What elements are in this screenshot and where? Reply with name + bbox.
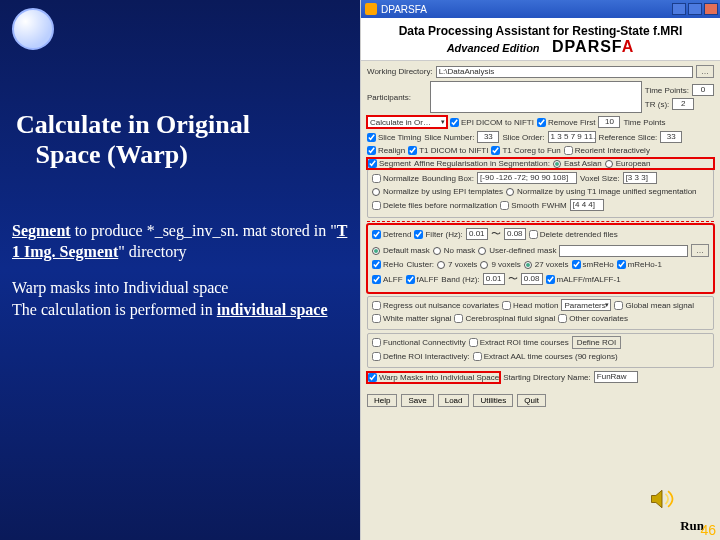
tilde-icon: 〜 [491, 227, 501, 241]
participants-listbox[interactable] [430, 81, 642, 113]
red-separator-icon [367, 221, 714, 222]
speaker-icon [648, 488, 676, 510]
cluster7-radio[interactable] [437, 261, 445, 269]
user-mask-browse-button[interactable]: … [691, 244, 709, 257]
bottom-button-row: Help Save Load Utilities Quit [361, 390, 720, 411]
define-roi-int-checkbox[interactable] [372, 352, 381, 361]
form-area: Working Directory: L:\DataAnalysis … Par… [361, 61, 720, 390]
startdir-input[interactable]: FunRaw [594, 371, 638, 383]
tr-label: TR (s): [645, 100, 669, 109]
wm-checkbox[interactable] [372, 314, 381, 323]
extract-roi-checkbox[interactable] [469, 338, 478, 347]
dparsfa-window: DPARSFA Data Processing Assistant for Re… [360, 0, 720, 540]
norm-epi-radio[interactable] [372, 188, 380, 196]
norm-t1-radio[interactable] [506, 188, 514, 196]
filter-checkbox[interactable] [414, 230, 423, 239]
cluster9-radio[interactable] [480, 261, 488, 269]
voxsize-input[interactable]: [3 3 3] [623, 172, 657, 184]
reorient-checkbox[interactable] [564, 146, 573, 155]
close-button[interactable] [704, 3, 718, 15]
csf-checkbox[interactable] [454, 314, 463, 323]
slice-order-input[interactable]: 1 3 5 7 9 11… [548, 131, 596, 143]
t1-coreg-checkbox[interactable] [491, 146, 500, 155]
fc-checkbox[interactable] [372, 338, 381, 347]
mreho-checkbox[interactable] [617, 260, 626, 269]
no-mask-radio[interactable] [433, 247, 441, 255]
default-mask-radio[interactable] [372, 247, 380, 255]
app-header-line1: Data Processing Assistant for Resting-St… [369, 24, 712, 38]
aal-checkbox[interactable] [473, 352, 482, 361]
t1-nifti-checkbox[interactable] [408, 146, 417, 155]
epi-dicom-checkbox[interactable] [450, 118, 459, 127]
fwhm-input[interactable]: [4 4 4] [570, 199, 604, 211]
time-points-input[interactable]: 0 [692, 84, 714, 96]
working-dir-label: Working Directory: [367, 67, 433, 76]
segment-checkbox[interactable] [368, 159, 377, 168]
window-titlebar: DPARSFA [361, 0, 720, 18]
remove-first-input[interactable]: 10 [598, 116, 620, 128]
falff-checkbox[interactable] [406, 275, 415, 284]
tilde-icon-2: 〜 [508, 272, 518, 286]
other-cov-checkbox[interactable] [558, 314, 567, 323]
user-mask-radio[interactable] [478, 247, 486, 255]
normalize-checkbox[interactable] [372, 174, 381, 183]
slice-number-input[interactable]: 33 [477, 131, 499, 143]
slide-body: Segment to produce *_seg_inv_sn. mat sto… [12, 220, 348, 320]
regress-checkbox[interactable] [372, 301, 381, 310]
utilities-button[interactable]: Utilities [473, 394, 513, 407]
slide-panel: Calculate in Original Space (Warp) Segme… [0, 0, 360, 540]
load-button[interactable]: Load [438, 394, 470, 407]
headmotion-checkbox[interactable] [502, 301, 511, 310]
working-dir-browse-button[interactable]: … [696, 65, 714, 78]
delete-detrended-checkbox[interactable] [529, 230, 538, 239]
european-radio[interactable] [605, 160, 613, 168]
time-points-label: Time Points: [645, 86, 689, 95]
logo-row [12, 8, 348, 50]
ref-slice-input[interactable]: 33 [660, 131, 682, 143]
cluster27-radio[interactable] [524, 261, 532, 269]
filter-hi-input[interactable]: 0.08 [504, 228, 526, 240]
smooth-checkbox[interactable] [500, 201, 509, 210]
working-dir-input[interactable]: L:\DataAnalysis [436, 66, 693, 78]
reho-checkbox[interactable] [372, 260, 381, 269]
smreho-checkbox[interactable] [572, 260, 581, 269]
user-mask-input[interactable] [559, 245, 688, 257]
bbox-input[interactable]: [-90 -126 -72; 90 90 108] [477, 172, 577, 184]
institute-logo-icon [12, 8, 54, 50]
east-asian-radio[interactable] [553, 160, 561, 168]
window-title: DPARSFA [381, 4, 427, 15]
quit-button[interactable]: Quit [517, 394, 546, 407]
malff-checkbox[interactable] [546, 275, 555, 284]
params-dropdown[interactable]: Parameters [561, 299, 611, 311]
app-header: Data Processing Assistant for Resting-St… [361, 18, 720, 61]
define-roi-button[interactable]: Define ROI [572, 336, 622, 349]
delete-before-checkbox[interactable] [372, 201, 381, 210]
alff-checkbox[interactable] [372, 275, 381, 284]
tr-input[interactable]: 2 [672, 98, 694, 110]
slice-timing-checkbox[interactable] [367, 133, 376, 142]
maximize-button[interactable] [688, 3, 702, 15]
participants-label: Participants: [367, 93, 427, 102]
minimize-button[interactable] [672, 3, 686, 15]
page-number: 46 [700, 522, 716, 538]
calc-mode-dropdown[interactable]: Calculate in Or… [367, 116, 447, 128]
app-header-advanced: Advanced Edition [447, 42, 540, 54]
realign-checkbox[interactable] [367, 146, 376, 155]
help-button[interactable]: Help [367, 394, 397, 407]
remove-first-checkbox[interactable] [537, 118, 546, 127]
app-icon [365, 3, 377, 15]
detrend-checkbox[interactable] [372, 230, 381, 239]
app-brand: DPARSFA [552, 38, 634, 55]
slide-title: Calculate in Original Space (Warp) [12, 110, 348, 170]
save-button[interactable]: Save [401, 394, 433, 407]
filter-lo-input[interactable]: 0.01 [466, 228, 488, 240]
global-checkbox[interactable] [614, 301, 623, 310]
band-hi-input[interactable]: 0.08 [521, 273, 543, 285]
warp-masks-checkbox[interactable] [368, 373, 377, 382]
band-lo-input[interactable]: 0.01 [483, 273, 505, 285]
